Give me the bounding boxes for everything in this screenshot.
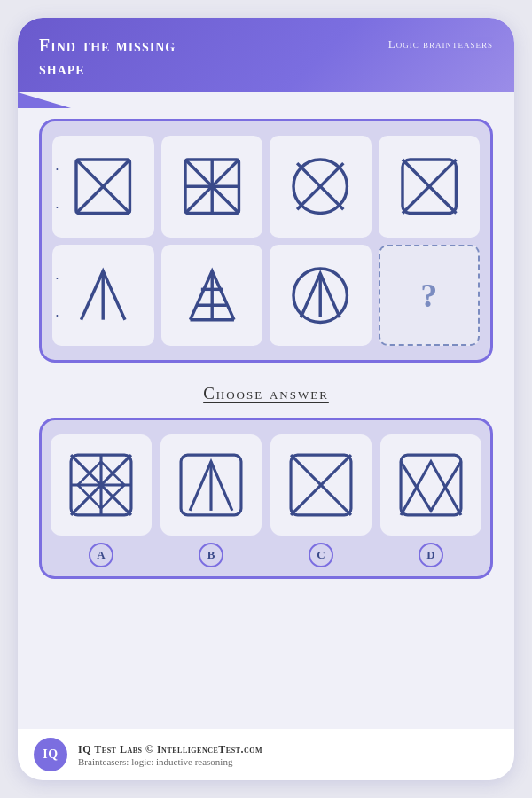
puzzle-cell-1: [52, 136, 154, 238]
choose-answer-section: Choose answer: [39, 384, 493, 403]
choose-answer-title: Choose answer: [203, 384, 329, 403]
question-mark: ?: [420, 276, 437, 315]
answer-box-a[interactable]: [51, 434, 152, 536]
puzzle-cell-4: [379, 136, 481, 238]
puzzle-cell-6: [161, 245, 263, 347]
answer-label-a: A: [89, 543, 113, 567]
puzzle-grid: ?: [52, 136, 480, 346]
header-decoration: [18, 92, 71, 108]
answer-option-c: C: [270, 434, 372, 567]
answer-box-d[interactable]: [380, 434, 481, 536]
answer-box-c[interactable]: [270, 434, 372, 536]
main-content: ? Choose answer: [18, 92, 514, 588]
answer-option-b: B: [160, 434, 262, 567]
answer-label-c: C: [309, 543, 333, 567]
footer: IQ IQ Test Labs © IntelligenceTest.com B…: [18, 729, 514, 780]
answer-label-b: B: [199, 543, 223, 567]
answer-option-a: A: [51, 434, 152, 567]
puzzle-cell-2: [161, 136, 263, 238]
page-card: Find the missing shape Logic brainteaser…: [18, 18, 514, 780]
footer-brand: IQ Test Labs © IntelligenceTest.com: [78, 743, 262, 756]
answers-container: A B: [39, 418, 493, 579]
puzzle-cell-7: [270, 245, 372, 347]
answer-label-d: D: [419, 543, 443, 567]
puzzle-container: ?: [39, 119, 493, 363]
footer-logo-text: IQ: [43, 747, 58, 762]
header: Find the missing shape Logic brainteaser…: [18, 18, 514, 92]
page-title: Find the missing shape: [39, 34, 216, 80]
puzzle-cell-3: [270, 136, 372, 238]
puzzle-cell-5: [52, 245, 154, 347]
page-subtitle: Logic brainteasers: [388, 37, 493, 51]
answer-box-b[interactable]: [160, 434, 262, 536]
answer-option-d: D: [380, 434, 481, 567]
footer-logo: IQ: [34, 738, 67, 771]
footer-sub: Brainteasers: logic: inductive reasoning: [78, 756, 262, 767]
footer-info: IQ Test Labs © IntelligenceTest.com Brai…: [78, 743, 262, 767]
puzzle-cell-question: ?: [379, 245, 481, 347]
